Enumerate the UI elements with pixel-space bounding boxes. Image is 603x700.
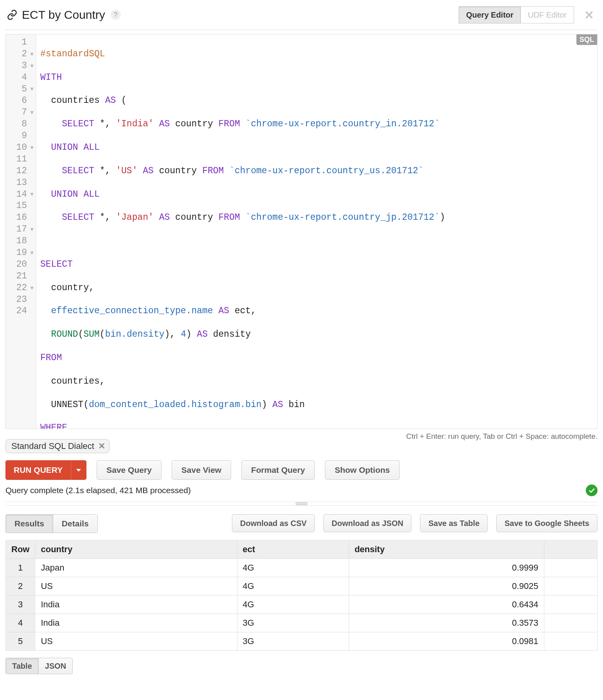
table-header-row: Row country ect density [6,540,598,559]
col-ect: ect [237,540,349,559]
view-table-button[interactable]: Table [6,658,38,674]
cell-filler [544,614,597,632]
cell-filler [544,596,597,614]
cell-ect: 4G [237,559,349,577]
fold-icon[interactable]: ▼ [29,191,34,198]
gutter-line: 18 [7,235,34,247]
cell-filler [544,577,597,596]
save-view-button[interactable]: Save View [172,460,231,480]
results-tabs: Results Details [5,514,98,533]
editor-code[interactable]: #standardSQL WITH countries AS ( SELECT … [36,34,597,429]
run-query-dropdown[interactable] [71,460,86,480]
gutter-line: 17▼ [7,224,34,235]
cell-ect: 3G [237,614,349,632]
run-query-group: RUN QUERY [5,460,86,480]
fold-icon[interactable]: ▼ [29,51,34,58]
cell-density: 0.9999 [349,559,544,577]
table-row: 3India4G0.6434 [6,596,598,614]
table-row: 1Japan4G0.9999 [6,559,598,577]
col-row: Row [6,540,35,559]
cell-rownum: 1 [6,559,35,577]
gutter-line: 21 [7,271,34,282]
status-row: Query complete (2.1s elapsed, 421 MB pro… [5,485,598,496]
fold-icon[interactable]: ▼ [29,285,34,292]
gutter-line: 22▼ [7,282,34,294]
tab-udf-editor[interactable]: UDF Editor [521,6,574,23]
fold-icon[interactable]: ▼ [29,63,34,70]
tab-query-editor[interactable]: Query Editor [459,6,521,23]
cell-country: India [35,614,237,632]
cell-density: 0.3573 [349,614,544,632]
query-toolbar: RUN QUERY Save Query Save View Format Qu… [5,460,598,480]
cell-rownum: 5 [6,632,35,651]
cell-ect: 4G [237,596,349,614]
cell-country: US [35,632,237,651]
sql-editor[interactable]: SQL 12▼3▼45▼67▼8910▼11121314▼151617▼1819… [5,34,598,429]
link-icon [5,8,19,22]
cell-country: US [35,577,237,596]
cell-density: 0.0981 [349,632,544,651]
table-row: 2US4G0.9025 [6,577,598,596]
editor-gutter: 12▼3▼45▼67▼8910▼11121314▼151617▼1819▼202… [6,34,36,429]
grip-icon [296,502,307,505]
gutter-line: 15 [7,200,34,212]
gutter-line: 1 [7,37,34,48]
cell-density: 0.6434 [349,596,544,614]
gutter-line: 5▼ [7,84,34,95]
pane-splitter[interactable] [5,502,598,506]
gutter-line: 6 [7,95,34,107]
gutter-line: 10▼ [7,142,34,154]
save-to-sheets-button[interactable]: Save to Google Sheets [496,514,598,532]
gutter-line: 23 [7,294,34,306]
tab-results[interactable]: Results [6,515,53,533]
results-toolbar: Results Details Download as CSV Download… [5,514,598,533]
show-options-button[interactable]: Show Options [325,460,400,480]
download-csv-button[interactable]: Download as CSV [232,514,315,532]
gutter-line: 3▼ [7,60,34,72]
cell-density: 0.9025 [349,577,544,596]
status-text: Query complete (2.1s elapsed, 421 MB pro… [5,486,191,495]
gutter-line: 7▼ [7,107,34,118]
gutter-line: 8 [7,118,34,130]
cell-rownum: 2 [6,577,35,596]
download-json-button[interactable]: Download as JSON [323,514,411,532]
save-as-table-button[interactable]: Save as Table [420,514,488,532]
dialect-chip-close-icon[interactable]: ✕ [98,441,105,451]
gutter-line: 11 [7,154,34,165]
view-json-button[interactable]: JSON [38,658,72,674]
fold-icon[interactable]: ▼ [29,86,34,93]
cell-rownum: 4 [6,614,35,632]
gutter-line: 13 [7,177,34,189]
status-ok-icon [586,485,598,496]
dialect-chip-label: Standard SQL Dialect [11,441,94,451]
save-query-button[interactable]: Save Query [97,460,162,480]
language-badge: SQL [576,34,597,45]
dialect-chip[interactable]: Standard SQL Dialect ✕ [5,439,109,453]
gutter-line: 9 [7,130,34,142]
cell-country: India [35,596,237,614]
fold-icon[interactable]: ▼ [29,226,34,233]
gutter-line: 2▼ [7,48,34,60]
page-title: ECT by Country [22,8,105,22]
gutter-line: 4 [7,72,34,84]
cell-country: Japan [35,559,237,577]
gutter-line: 24 [7,305,34,317]
cell-rownum: 3 [6,596,35,614]
fold-icon[interactable]: ▼ [29,144,34,151]
fold-icon[interactable]: ▼ [29,249,34,257]
gutter-line: 14▼ [7,189,34,201]
col-country: country [35,540,237,559]
gutter-line: 16 [7,212,34,224]
gutter-line: 19▼ [7,247,34,259]
gutter-line: 20 [7,259,34,271]
format-query-button[interactable]: Format Query [241,460,315,480]
cell-filler [544,559,597,577]
header: ECT by Country ? Query Editor UDF Editor… [5,4,598,30]
run-query-button[interactable]: RUN QUERY [5,460,71,480]
table-row: 4India3G0.3573 [6,614,598,632]
close-icon[interactable]: ✕ [580,6,598,23]
tab-details[interactable]: Details [53,515,97,533]
fold-icon[interactable]: ▼ [29,109,34,116]
view-switch: Table JSON [5,658,598,674]
help-icon[interactable]: ? [111,10,121,20]
